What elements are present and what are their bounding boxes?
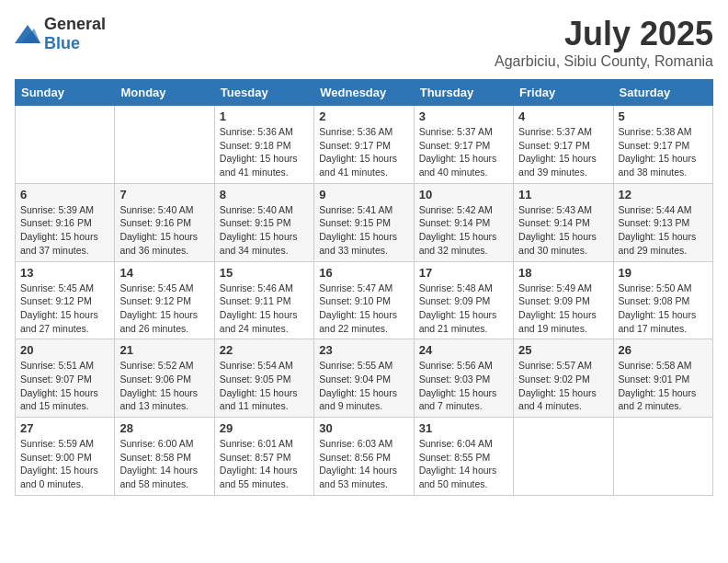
day-detail: Sunrise: 5:36 AM Sunset: 9:18 PM Dayligh…	[220, 125, 309, 179]
day-detail: Sunrise: 5:48 AM Sunset: 9:09 PM Dayligh…	[419, 282, 508, 336]
calendar-cell: 17Sunrise: 5:48 AM Sunset: 9:09 PM Dayli…	[414, 261, 513, 339]
calendar-cell: 16Sunrise: 5:47 AM Sunset: 9:10 PM Dayli…	[314, 261, 414, 339]
weekday-header-wednesday: Wednesday	[314, 80, 414, 106]
day-number: 5	[619, 109, 708, 123]
calendar-cell: 30Sunrise: 6:03 AM Sunset: 8:56 PM Dayli…	[314, 418, 414, 496]
calendar-cell: 15Sunrise: 5:46 AM Sunset: 9:11 PM Dayli…	[214, 261, 313, 339]
logo: General Blue	[15, 15, 106, 53]
calendar-cell: 6Sunrise: 5:39 AM Sunset: 9:16 PM Daylig…	[16, 183, 115, 261]
weekday-header-saturday: Saturday	[613, 80, 712, 106]
day-detail: Sunrise: 5:50 AM Sunset: 9:08 PM Dayligh…	[619, 282, 708, 336]
calendar-cell: 4Sunrise: 5:37 AM Sunset: 9:17 PM Daylig…	[514, 106, 613, 184]
calendar-cell: 9Sunrise: 5:41 AM Sunset: 9:15 PM Daylig…	[314, 183, 414, 261]
day-number: 22	[220, 343, 309, 357]
day-detail: Sunrise: 5:42 AM Sunset: 9:14 PM Dayligh…	[419, 203, 508, 258]
day-number: 6	[20, 188, 109, 201]
calendar-cell	[613, 418, 712, 496]
calendar-table: SundayMondayTuesdayWednesdayThursdayFrid…	[15, 79, 713, 496]
day-detail: Sunrise: 5:45 AM Sunset: 9:12 PM Dayligh…	[119, 282, 209, 336]
calendar-cell: 13Sunrise: 5:45 AM Sunset: 9:12 PM Dayli…	[16, 261, 115, 339]
day-detail: Sunrise: 5:55 AM Sunset: 9:04 PM Dayligh…	[319, 359, 408, 413]
day-detail: Sunrise: 5:45 AM Sunset: 9:12 PM Dayligh…	[20, 282, 109, 336]
calendar-cell: 14Sunrise: 5:45 AM Sunset: 9:12 PM Dayli…	[115, 261, 214, 339]
calendar-cell: 19Sunrise: 5:50 AM Sunset: 9:08 PM Dayli…	[613, 261, 712, 339]
day-detail: Sunrise: 5:51 AM Sunset: 9:07 PM Dayligh…	[20, 359, 109, 413]
weekday-header-row: SundayMondayTuesdayWednesdayThursdayFrid…	[16, 80, 713, 106]
weekday-header-thursday: Thursday	[414, 80, 513, 106]
day-number: 30	[319, 421, 408, 435]
day-number: 11	[518, 188, 608, 201]
day-detail: Sunrise: 6:03 AM Sunset: 8:56 PM Dayligh…	[319, 437, 408, 491]
day-detail: Sunrise: 5:46 AM Sunset: 9:11 PM Dayligh…	[220, 282, 309, 336]
logo-text: General Blue	[44, 15, 106, 53]
day-number: 4	[518, 109, 608, 123]
calendar-cell: 28Sunrise: 6:00 AM Sunset: 8:58 PM Dayli…	[115, 418, 214, 496]
day-detail: Sunrise: 5:40 AM Sunset: 9:16 PM Dayligh…	[119, 203, 209, 258]
calendar-cell: 8Sunrise: 5:40 AM Sunset: 9:15 PM Daylig…	[214, 183, 313, 261]
logo-icon	[15, 25, 40, 43]
day-number: 25	[518, 343, 608, 357]
calendar-cell: 18Sunrise: 5:49 AM Sunset: 9:09 PM Dayli…	[514, 261, 613, 339]
day-number: 14	[119, 266, 209, 280]
calendar-cell: 27Sunrise: 5:59 AM Sunset: 9:00 PM Dayli…	[16, 418, 115, 496]
day-number: 19	[619, 266, 708, 280]
day-number: 26	[619, 343, 708, 357]
day-detail: Sunrise: 5:47 AM Sunset: 9:10 PM Dayligh…	[319, 282, 408, 336]
day-number: 16	[319, 266, 408, 280]
day-number: 31	[419, 421, 508, 435]
day-number: 29	[220, 421, 309, 435]
day-detail: Sunrise: 5:49 AM Sunset: 9:09 PM Dayligh…	[518, 282, 608, 336]
day-number: 21	[119, 343, 209, 357]
day-detail: Sunrise: 5:52 AM Sunset: 9:06 PM Dayligh…	[119, 359, 209, 413]
calendar-week-3: 13Sunrise: 5:45 AM Sunset: 9:12 PM Dayli…	[16, 261, 713, 339]
day-number: 27	[20, 421, 109, 435]
day-detail: Sunrise: 5:38 AM Sunset: 9:17 PM Dayligh…	[619, 125, 708, 179]
day-number: 10	[419, 188, 508, 201]
page-header: General Blue July 2025 Agarbiciu, Sibiu …	[15, 15, 713, 70]
calendar-cell: 22Sunrise: 5:54 AM Sunset: 9:05 PM Dayli…	[214, 339, 313, 418]
day-number: 17	[419, 266, 508, 280]
calendar-week-1: 1Sunrise: 5:36 AM Sunset: 9:18 PM Daylig…	[16, 106, 713, 184]
calendar-cell: 25Sunrise: 5:57 AM Sunset: 9:02 PM Dayli…	[514, 339, 613, 418]
location-title: Agarbiciu, Sibiu County, Romania	[495, 53, 713, 70]
day-detail: Sunrise: 6:00 AM Sunset: 8:58 PM Dayligh…	[119, 437, 209, 491]
day-detail: Sunrise: 6:01 AM Sunset: 8:57 PM Dayligh…	[220, 437, 309, 491]
day-detail: Sunrise: 5:39 AM Sunset: 9:16 PM Dayligh…	[20, 203, 109, 258]
calendar-cell	[514, 418, 613, 496]
calendar-cell: 26Sunrise: 5:58 AM Sunset: 9:01 PM Dayli…	[613, 339, 712, 418]
day-detail: Sunrise: 5:36 AM Sunset: 9:17 PM Dayligh…	[319, 125, 408, 179]
calendar-cell: 20Sunrise: 5:51 AM Sunset: 9:07 PM Dayli…	[16, 339, 115, 418]
day-detail: Sunrise: 5:43 AM Sunset: 9:14 PM Dayligh…	[518, 203, 608, 258]
calendar-cell: 2Sunrise: 5:36 AM Sunset: 9:17 PM Daylig…	[314, 106, 414, 184]
day-number: 2	[319, 109, 408, 123]
day-number: 12	[619, 188, 708, 201]
calendar-cell: 21Sunrise: 5:52 AM Sunset: 9:06 PM Dayli…	[115, 339, 214, 418]
day-detail: Sunrise: 5:37 AM Sunset: 9:17 PM Dayligh…	[419, 125, 508, 179]
day-detail: Sunrise: 5:59 AM Sunset: 9:00 PM Dayligh…	[20, 437, 109, 491]
calendar-cell: 31Sunrise: 6:04 AM Sunset: 8:55 PM Dayli…	[414, 418, 513, 496]
calendar-cell: 1Sunrise: 5:36 AM Sunset: 9:18 PM Daylig…	[214, 106, 313, 184]
title-block: July 2025 Agarbiciu, Sibiu County, Roman…	[495, 15, 713, 70]
day-detail: Sunrise: 5:40 AM Sunset: 9:15 PM Dayligh…	[220, 203, 309, 258]
calendar-week-2: 6Sunrise: 5:39 AM Sunset: 9:16 PM Daylig…	[16, 183, 713, 261]
day-number: 9	[319, 188, 408, 201]
calendar-cell	[115, 106, 214, 184]
day-number: 13	[20, 266, 109, 280]
weekday-header-monday: Monday	[115, 80, 214, 106]
day-number: 20	[20, 343, 109, 357]
day-number: 8	[220, 188, 309, 201]
day-number: 24	[419, 343, 508, 357]
weekday-header-friday: Friday	[514, 80, 613, 106]
calendar-cell: 7Sunrise: 5:40 AM Sunset: 9:16 PM Daylig…	[115, 183, 214, 261]
day-number: 18	[518, 266, 608, 280]
calendar-week-4: 20Sunrise: 5:51 AM Sunset: 9:07 PM Dayli…	[16, 339, 713, 418]
day-number: 1	[220, 109, 309, 123]
calendar-cell: 23Sunrise: 5:55 AM Sunset: 9:04 PM Dayli…	[314, 339, 414, 418]
calendar-cell: 3Sunrise: 5:37 AM Sunset: 9:17 PM Daylig…	[414, 106, 513, 184]
day-detail: Sunrise: 5:54 AM Sunset: 9:05 PM Dayligh…	[220, 359, 309, 413]
day-number: 3	[419, 109, 508, 123]
calendar-cell: 10Sunrise: 5:42 AM Sunset: 9:14 PM Dayli…	[414, 183, 513, 261]
month-title: July 2025	[495, 15, 713, 53]
calendar-cell: 5Sunrise: 5:38 AM Sunset: 9:17 PM Daylig…	[613, 106, 712, 184]
calendar-cell	[16, 106, 115, 184]
